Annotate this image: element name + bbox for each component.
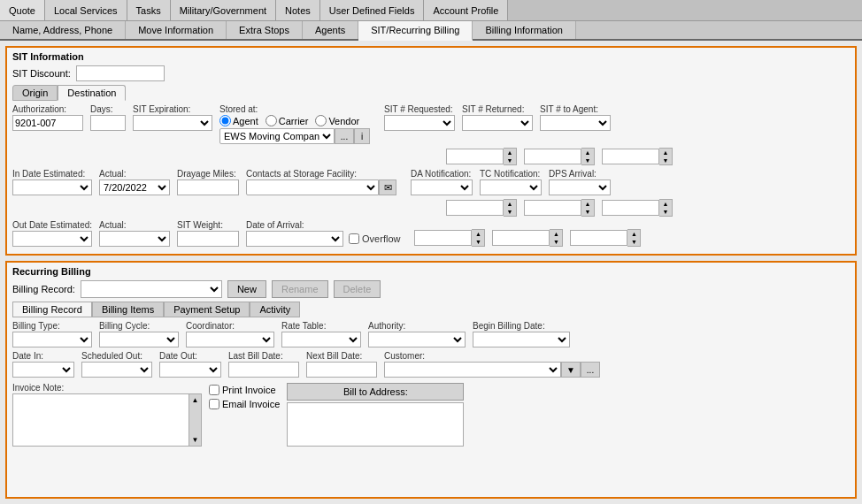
tab-local-services[interactable]: Local Services xyxy=(45,0,127,20)
next-bill-date-input[interactable] xyxy=(306,362,377,378)
sit-requested-select[interactable] xyxy=(384,115,455,131)
tab-name-address-phone[interactable]: Name, Address, Phone xyxy=(0,21,126,39)
dps-arrival-select[interactable] xyxy=(549,179,611,195)
sit-requested-time[interactable]: 12:00 AM xyxy=(446,149,504,164)
email-invoice-checkbox[interactable] xyxy=(209,399,219,409)
tc-notification-select[interactable] xyxy=(480,179,542,195)
billing-tab-billing-items[interactable]: Billing Items xyxy=(92,302,164,317)
new-button[interactable]: New xyxy=(227,280,266,298)
carrier-radio[interactable] xyxy=(266,115,277,126)
sit-discount-input[interactable] xyxy=(76,65,165,81)
destination-tab[interactable]: Destination xyxy=(58,85,126,101)
tab-extra-stops[interactable]: Extra Stops xyxy=(227,21,303,39)
sit-to-agent-select[interactable] xyxy=(540,115,611,131)
bottom-time3-down[interactable]: ▼ xyxy=(627,238,640,246)
billing-cycle-select[interactable] xyxy=(99,332,179,347)
sit-expiration-select[interactable] xyxy=(133,115,212,131)
vendor-radio[interactable] xyxy=(315,115,327,126)
sit-weight-input[interactable] xyxy=(177,231,239,247)
sit-to-agent-time-up[interactable]: ▲ xyxy=(659,149,672,157)
tab-user-defined-fields[interactable]: User Defined Fields xyxy=(320,0,425,20)
out-date-estimated-select[interactable] xyxy=(12,231,92,247)
da-time-up[interactable]: ▲ xyxy=(504,200,516,208)
sit-requested-time-up[interactable]: ▲ xyxy=(504,149,516,157)
note-scroll-up[interactable]: ▲ xyxy=(192,396,199,404)
tab-tasks[interactable]: Tasks xyxy=(127,0,171,20)
sit-requested-time-down[interactable]: ▼ xyxy=(504,157,516,164)
da-time-down[interactable]: ▼ xyxy=(504,208,516,216)
billing-type-select[interactable] xyxy=(12,332,92,347)
rename-button[interactable]: Rename xyxy=(272,280,328,298)
da-notification-select[interactable] xyxy=(411,179,473,195)
tab-quote[interactable]: Quote xyxy=(0,0,45,20)
tab-move-information[interactable]: Move Information xyxy=(126,21,227,39)
in-date-estimated-select[interactable] xyxy=(12,179,92,195)
tab-agents[interactable]: Agents xyxy=(303,21,358,39)
overflow-label[interactable]: Overflow xyxy=(349,233,400,244)
customer-select[interactable] xyxy=(384,362,561,378)
out-actual-select[interactable] xyxy=(99,231,170,247)
da-time[interactable]: 12:00 AM xyxy=(446,200,504,216)
sit-returned-time[interactable]: 12:00 AM xyxy=(524,149,581,164)
sit-to-agent-time[interactable]: 12:00 AM xyxy=(602,149,659,164)
dps-time-down[interactable]: ▼ xyxy=(659,208,672,216)
tab-sit-recurring-billing[interactable]: SIT/Recurring Billing xyxy=(358,21,473,41)
origin-tab[interactable]: Origin xyxy=(12,85,58,101)
coordinator-select[interactable] xyxy=(186,332,274,347)
sit-returned-time-up[interactable]: ▲ xyxy=(581,149,594,157)
invoice-note-textarea[interactable] xyxy=(12,393,189,447)
company-select[interactable]: EWS Moving Company xyxy=(219,128,335,144)
tab-notes[interactable]: Notes xyxy=(276,0,320,20)
sit-returned-select[interactable] xyxy=(462,115,533,131)
billing-record-select[interactable] xyxy=(81,280,222,298)
tab-military-government[interactable]: Military/Government xyxy=(171,0,276,20)
date-out-select[interactable] xyxy=(159,362,221,378)
note-scroll-down[interactable]: ▼ xyxy=(192,436,199,444)
authorization-input[interactable] xyxy=(12,115,83,131)
bottom-time2[interactable]: 12:00 AM xyxy=(492,230,550,246)
drayage-miles-input[interactable] xyxy=(177,179,239,195)
rate-table-select[interactable] xyxy=(281,332,361,347)
company-dots-btn[interactable]: ... xyxy=(335,128,354,144)
last-bill-date-input[interactable] xyxy=(228,362,299,378)
dps-time-up[interactable]: ▲ xyxy=(659,200,672,208)
billing-tab-activity[interactable]: Activity xyxy=(250,302,300,317)
date-of-arrival-select[interactable] xyxy=(246,231,343,247)
bottom-time1-up[interactable]: ▲ xyxy=(472,230,484,238)
billing-tab-payment-setup[interactable]: Payment Setup xyxy=(164,302,250,317)
contacts-email-btn[interactable]: ✉ xyxy=(379,179,396,195)
authority-select[interactable] xyxy=(368,332,466,347)
customer-dropdown-btn[interactable]: ▼ xyxy=(561,362,581,378)
tab-account-profile[interactable]: Account Profile xyxy=(424,0,508,20)
sit-returned-time-down[interactable]: ▼ xyxy=(581,157,594,164)
bottom-time3-up[interactable]: ▲ xyxy=(627,230,640,238)
bill-to-address-btn[interactable]: Bill to Address: xyxy=(287,383,464,401)
vendor-radio-label[interactable]: Vendor xyxy=(315,115,359,126)
customer-dots-btn[interactable]: ... xyxy=(581,362,600,378)
actual-select[interactable]: 7/20/2022 xyxy=(99,179,170,195)
sit-to-agent-time-down[interactable]: ▼ xyxy=(659,157,672,164)
agent-radio[interactable] xyxy=(219,115,231,126)
scheduled-out-select[interactable] xyxy=(81,362,152,378)
billing-tab-billing-record[interactable]: Billing Record xyxy=(12,302,92,317)
bottom-time2-down[interactable]: ▼ xyxy=(550,238,562,246)
company-info-btn[interactable]: i xyxy=(354,128,370,144)
tc-time-up[interactable]: ▲ xyxy=(581,200,594,208)
tc-time-down[interactable]: ▼ xyxy=(581,208,594,216)
overflow-checkbox[interactable] xyxy=(349,233,359,244)
carrier-radio-label[interactable]: Carrier xyxy=(266,115,309,126)
delete-button[interactable]: Delete xyxy=(334,280,381,298)
date-in-select[interactable] xyxy=(12,362,74,378)
print-invoice-checkbox[interactable] xyxy=(209,385,219,395)
tc-time[interactable]: 12:00 AM xyxy=(524,200,581,216)
bottom-time1-down[interactable]: ▼ xyxy=(472,238,484,246)
begin-billing-date-select[interactable] xyxy=(473,332,570,347)
bottom-time2-up[interactable]: ▲ xyxy=(550,230,562,238)
dps-time[interactable]: 12:00 AM xyxy=(602,200,659,216)
agent-radio-label[interactable]: Agent xyxy=(219,115,258,126)
bottom-time3[interactable]: 12:00 AM xyxy=(570,230,627,246)
days-input[interactable] xyxy=(90,115,126,131)
bottom-time1[interactable]: 12:00 AM xyxy=(414,230,472,246)
tab-billing-information[interactable]: Billing Information xyxy=(473,21,575,39)
contacts-select[interactable] xyxy=(246,179,379,195)
